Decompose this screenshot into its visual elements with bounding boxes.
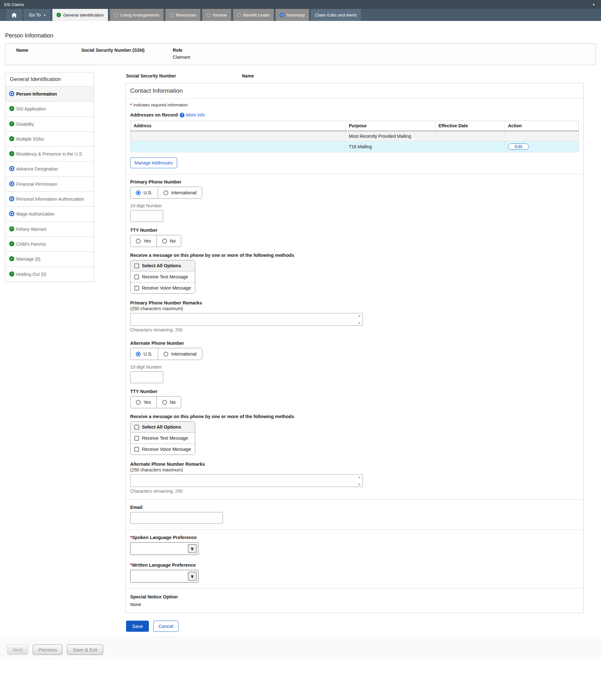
radio-icon xyxy=(164,191,168,195)
scroll-down-icon[interactable]: ▼ xyxy=(358,483,361,486)
checkbox-icon xyxy=(134,436,139,441)
checkbox-label: Receive Voice Message xyxy=(142,447,191,452)
manage-addresses-button[interactable]: Manage Addresses xyxy=(130,157,177,168)
column-header-action: Action xyxy=(505,121,579,131)
action-cell: Edit xyxy=(505,141,579,152)
sidebar-item-financial-permission[interactable]: Financial Permission xyxy=(5,176,94,192)
alternate-tty-yes-option[interactable]: Yes xyxy=(130,397,156,408)
check-circle-icon: ✓ xyxy=(9,226,14,231)
current-step-icon xyxy=(9,91,14,96)
sidebar-item-marriage[interactable]: ✓ Marriage (0) xyxy=(5,251,94,266)
radio-label: U.S. xyxy=(144,190,152,195)
alternate-phone-us-option[interactable]: U.S. xyxy=(130,348,158,360)
sidebar-item-multiple-ssns[interactable]: ✓ Multiple SSNs xyxy=(5,131,94,146)
textarea-scrollbar[interactable]: ▲ ▼ xyxy=(356,475,362,486)
sidebar-item-person-information[interactable]: Person Information xyxy=(5,86,94,101)
sidebar-item-label: Financial Permission xyxy=(16,181,57,187)
sidebar-item-advance-designation[interactable]: Advance Designation xyxy=(5,161,94,176)
checkbox-icon xyxy=(134,286,139,291)
tab-resources[interactable]: Resources xyxy=(166,9,201,21)
alternate-text-message-checkbox[interactable]: Receive Text Message xyxy=(130,432,195,444)
scroll-down-icon[interactable]: ▼ xyxy=(358,322,361,325)
written-language-label: *Written Language Preference xyxy=(130,562,579,568)
required-asterisk: * xyxy=(130,103,132,107)
sidebar-item-personal-information-authorization[interactable]: Personal Information Authorization xyxy=(5,192,94,206)
alternate-remarks-field: ▲ ▼ xyxy=(130,474,363,487)
tab-living-arrangements[interactable]: Living Arrangements xyxy=(110,9,164,21)
primary-remarks-textarea[interactable] xyxy=(130,313,356,325)
tab-income[interactable]: Income xyxy=(202,9,231,21)
tab-summary[interactable]: Summary xyxy=(276,9,309,21)
email-field[interactable] xyxy=(130,512,223,524)
table-row: Most Recently Provided Mailing xyxy=(130,131,579,141)
select-dropdown-arrow-icon: ∨ xyxy=(188,544,197,553)
primary-methods-heading: Receive a message on this phone by one o… xyxy=(130,253,579,258)
alternate-tty-no-option[interactable]: No xyxy=(156,397,181,408)
tab-general-identification[interactable]: ✓ General Identification xyxy=(52,9,108,21)
primary-select-all-checkbox[interactable]: Select All Options xyxy=(130,260,195,271)
primary-tty-yes-option[interactable]: Yes xyxy=(130,235,156,247)
next-button[interactable]: Next xyxy=(7,645,28,655)
radio-label: Yes xyxy=(144,400,151,405)
sidebar-item-residency-presence[interactable]: ✓ Residency & Presence in the U.S. xyxy=(5,146,94,161)
radio-icon xyxy=(164,352,168,356)
save-button[interactable]: Save xyxy=(126,621,149,632)
textarea-scrollbar[interactable]: ▲ ▼ xyxy=(356,314,362,325)
primary-text-message-checkbox[interactable]: Receive Text Message xyxy=(130,271,195,282)
tab-benefit-leads[interactable]: Benefit Leads xyxy=(233,9,274,21)
checkbox-label: Receive Voice Message xyxy=(142,285,191,291)
sidebar-item-label: Holding Out (0) xyxy=(16,271,46,277)
go-to-menu-button[interactable]: Go To ▾ xyxy=(24,9,50,21)
sidebar-item-holding-out[interactable]: ✓ Holding Out (0) xyxy=(5,267,94,281)
alternate-remarks-textarea[interactable] xyxy=(130,475,356,487)
spoken-language-select[interactable]: ∨ xyxy=(130,542,198,555)
ssn-header-label: Social Security Number xyxy=(126,73,242,78)
primary-tty-heading: TTY Number xyxy=(130,228,579,233)
radio-label: International xyxy=(171,351,197,356)
tab-claim-edits-and-alerts[interactable]: Claim Edits and Alerts xyxy=(311,9,361,21)
edit-address-button[interactable]: Edit xyxy=(508,144,529,150)
tab-label: Benefit Leads xyxy=(244,13,270,18)
primary-voice-message-checkbox[interactable]: Receive Voice Message xyxy=(130,282,195,293)
addresses-on-record-heading: Addresses on Record ? More Info xyxy=(130,112,579,118)
person-name-column: Name xyxy=(16,48,81,60)
primary-chars-remaining: Characters remaining: 250 xyxy=(130,327,579,332)
select-dropdown-arrow-icon: ∨ xyxy=(188,572,197,581)
in-progress-icon xyxy=(9,181,14,186)
addresses-section: *Indicates required information Addresse… xyxy=(126,99,583,174)
sidebar-item-label: SSI Application xyxy=(16,106,46,112)
sidebar-item-disability[interactable]: ✓ Disability xyxy=(5,117,94,131)
cancel-button[interactable]: Cancel xyxy=(153,621,178,632)
home-button[interactable] xyxy=(6,9,22,21)
name-column-label: Name xyxy=(16,48,81,53)
primary-phone-us-option[interactable]: U.S. xyxy=(130,187,158,198)
alternate-phone-type-radio-group: U.S. International xyxy=(130,348,202,360)
save-and-exit-button[interactable]: Save & Exit xyxy=(67,645,103,655)
sidebar-item-childs-parents[interactable]: ✓ Child's Parents xyxy=(5,236,94,251)
more-info-link[interactable]: ? More Info xyxy=(180,112,205,118)
written-language-select[interactable]: ∨ xyxy=(130,570,198,582)
sidebar-item-felony-warrant[interactable]: ✓ Felony Warrant xyxy=(5,222,94,236)
home-icon xyxy=(11,13,17,18)
alternate-phone-international-option[interactable]: International xyxy=(158,348,202,360)
radio-label: No xyxy=(170,239,176,244)
sidebar-item-ssi-application[interactable]: ✓ SSI Application xyxy=(5,101,94,116)
primary-phone-number-input[interactable] xyxy=(130,210,163,222)
scroll-up-icon[interactable]: ▲ xyxy=(358,475,361,478)
primary-remarks-field: ▲ ▼ xyxy=(130,313,363,326)
scroll-up-icon[interactable]: ▲ xyxy=(358,314,361,317)
primary-tty-no-option[interactable]: No xyxy=(156,235,181,247)
alternate-select-all-checkbox[interactable]: Select All Options xyxy=(130,422,195,432)
table-row: T16 Mailing Edit xyxy=(130,141,579,152)
in-progress-circle-icon xyxy=(280,13,284,17)
alternate-voice-message-checkbox[interactable]: Receive Voice Message xyxy=(130,444,195,455)
checkbox-icon xyxy=(134,275,139,279)
previous-button[interactable]: Previous xyxy=(33,645,62,655)
primary-phone-international-option[interactable]: International xyxy=(158,187,202,198)
tab-label: Summary xyxy=(286,13,305,18)
appbar-dropdown-caret-icon[interactable]: ▾ xyxy=(590,3,597,7)
person-role-column: Role Claimant xyxy=(173,48,190,60)
checkbox-label: Select All Options xyxy=(142,263,181,268)
alternate-phone-number-input[interactable] xyxy=(130,371,163,383)
sidebar-item-wage-authorization[interactable]: Wage Authorization xyxy=(5,206,94,221)
